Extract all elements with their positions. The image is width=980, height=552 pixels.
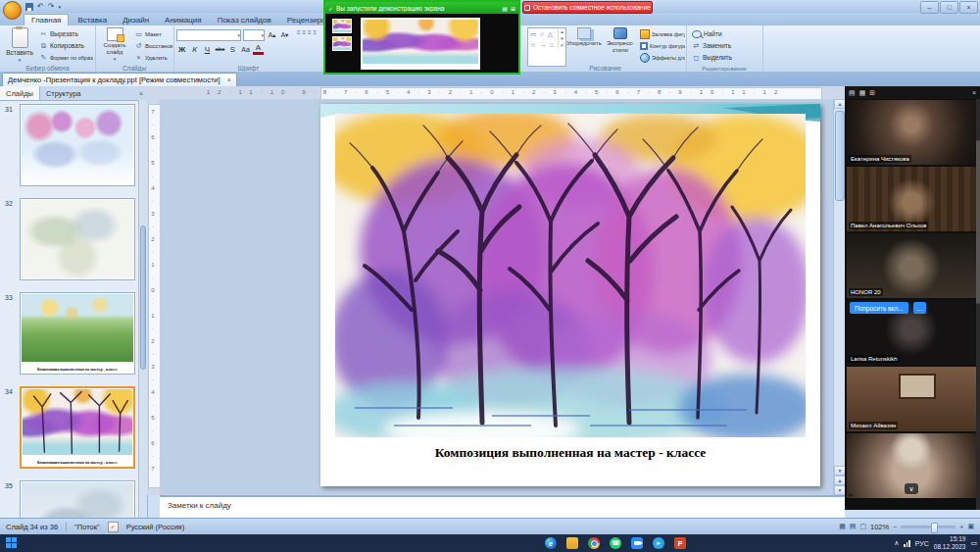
tab-insert[interactable]: Вставка [71,15,114,25]
document-close-icon[interactable]: × [227,76,231,83]
zoom-app-icon[interactable] [631,537,643,549]
tab-design[interactable]: Дизайн [116,15,156,25]
tab-animation[interactable]: Анимация [158,15,209,25]
telegram-icon[interactable]: ▸ [653,537,664,549]
change-case-button[interactable]: Aa [240,44,251,55]
view-normal-icon[interactable]: ▦ [839,523,846,530]
shapes-gallery-scroll[interactable]: ▲ ▼ ≡ [558,29,565,48]
numbering-icon[interactable]: ≡ [303,29,307,35]
arrange-button[interactable]: Упорядочить [567,27,601,65]
tab-slides-thumbnails[interactable]: Слайды [0,86,40,100]
notes-area[interactable]: Заметки к слайду [160,495,845,518]
slide-thumbnail-33[interactable]: Композиция выполненная на мастер - класс… [20,292,135,375]
language-indicator[interactable]: Русский (Россия) [126,523,185,531]
panel-close-icon[interactable]: × [972,89,976,96]
gallery-more-icon[interactable]: ≡ [561,43,564,48]
participant-video-5[interactable]: Михаил Айвазян [847,367,976,431]
tab-slideshow[interactable]: Показ слайдов [211,15,278,25]
network-icon[interactable] [904,540,910,547]
close-button[interactable]: × [959,1,978,14]
qat-dropdown-icon[interactable]: ▾ [58,4,61,10]
shape-effects-button[interactable]: Эффекты для фигур [640,52,685,63]
text-shadow-button[interactable]: S [227,44,238,55]
shape-fill-button[interactable]: Заливка фигуры [640,28,685,39]
save-icon[interactable] [25,3,33,11]
whatsapp-icon[interactable]: ☎ [610,537,621,549]
start-button[interactable] [6,537,17,548]
participant-video-1[interactable]: Екатерина Чистякова [847,100,976,165]
align-center-icon[interactable]: ≡ [314,29,318,35]
slide-thumbnail-34-selected[interactable]: Композиция выполненная на мастер - класс… [20,386,135,469]
collapse-videos-button[interactable]: ∨ [905,483,918,494]
find-button[interactable]: Найти [692,28,759,39]
zoom-out-icon[interactable]: − [893,524,897,530]
font-name-select[interactable]: ▾ [176,29,241,41]
stop-share-button[interactable]: Остановить совместное использование [522,1,653,14]
undo-icon[interactable]: ↶ [37,2,44,11]
ask-to-unmute-button[interactable]: Попросить вкл... [850,302,908,314]
screen-share-preview-window[interactable]: ✓ Вы запустили демонстрацию экрана ▤ ⊞ [323,0,520,75]
gallery-view-icon[interactable]: ▦ [859,89,866,97]
notification-center-icon[interactable]: ▭ [970,539,977,547]
office-button[interactable] [3,1,22,20]
participant-video-6[interactable]: ∨ [847,433,976,498]
font-size-select[interactable]: ▾ [243,29,265,41]
underline-button[interactable]: Ч [202,44,213,55]
language-switcher[interactable]: РУС [915,540,929,547]
view-slideshow-icon[interactable]: ▢ [859,523,866,530]
file-explorer-icon[interactable] [566,537,578,549]
edge-icon[interactable]: e [545,537,557,549]
align-left-icon[interactable]: ≡ [308,29,312,35]
italic-button[interactable]: К [189,44,200,55]
slide-caption[interactable]: Композиция выполненная на мастер - класс… [320,445,820,461]
select-button[interactable]: ◻Выделить [692,52,759,63]
slide-thumbnail-32[interactable] [20,198,135,280]
gallery-down-icon[interactable]: ▼ [560,36,564,41]
paste-button[interactable]: Вставить ▾ [3,27,36,65]
reset-slide-button[interactable]: ↺Восстановить [134,40,172,51]
clock[interactable]: 15:19 08.12.2023 [934,535,966,551]
tab-home[interactable]: Главная [24,14,69,25]
slides-panel-close-icon[interactable]: × [135,86,147,100]
tray-expand-icon[interactable]: ∧ [894,539,899,547]
restore-button[interactable]: □ [940,1,958,14]
shape-outline-button[interactable]: Контур фигуры [640,40,685,51]
cut-button[interactable]: ✂Вырезать [39,28,93,39]
grid-view-icon[interactable]: ⊞ [869,89,875,97]
gallery-up-icon[interactable]: ▲ [560,29,564,34]
bold-button[interactable]: Ж [176,44,187,55]
shapes-gallery[interactable]: ▭ ○ △ ☆ → ⌂ ▲ ▼ ≡ [527,27,566,67]
view-sorter-icon[interactable]: ▤ [850,523,857,530]
slide-thumbnail-31[interactable] [20,104,135,186]
participants-scrollbar[interactable] [976,99,980,510]
spellcheck-icon[interactable]: ✓ [108,522,119,532]
format-painter-button[interactable]: ✎Формат по образцу [39,52,93,63]
slides-panel-scrollbar[interactable] [138,100,147,518]
chrome-icon[interactable] [588,537,600,549]
layout-button[interactable]: ▭Макет [134,28,172,39]
scrollbar-thumb[interactable] [835,111,845,201]
powerpoint-icon[interactable]: P [674,537,686,549]
quick-styles-button[interactable]: Экспресс-стили [603,27,638,65]
share-banner-icon-2[interactable]: ⊞ [511,5,515,12]
redo-icon[interactable]: ↷ [48,2,55,11]
slide-thumbnail-35[interactable] [20,480,135,518]
watercolor-painting[interactable] [335,114,806,437]
speaker-view-icon[interactable]: ▤ [849,89,856,97]
document-tab[interactable]: Демченко -Презентация к докладу.ppt [Реж… [2,73,237,86]
replace-button[interactable]: ⇄Заменить [692,40,759,51]
current-slide[interactable]: Композиция выполненная на мастер - класс… [320,104,820,486]
grow-font-button[interactable]: А▴ [267,30,277,41]
participant-video-3[interactable]: HONOR 20 [847,233,976,298]
copy-button[interactable]: ⧉Копировать [39,40,93,51]
delete-slide-button[interactable]: ×Удалить [134,52,172,63]
font-color-button[interactable]: А [253,43,264,55]
shrink-font-button[interactable]: А▾ [279,30,290,41]
participant-more-button[interactable]: ... [913,302,926,314]
strikethrough-button[interactable]: abc [215,44,225,55]
share-banner-icon-1[interactable]: ▤ [502,5,508,12]
zoom-slider[interactable] [901,526,956,528]
tab-outline[interactable]: Структура [40,86,87,100]
participant-video-2[interactable]: Павел Анатольевич Ольхов [847,167,976,231]
new-slide-button[interactable]: Создать слайд ▾ [97,27,132,65]
